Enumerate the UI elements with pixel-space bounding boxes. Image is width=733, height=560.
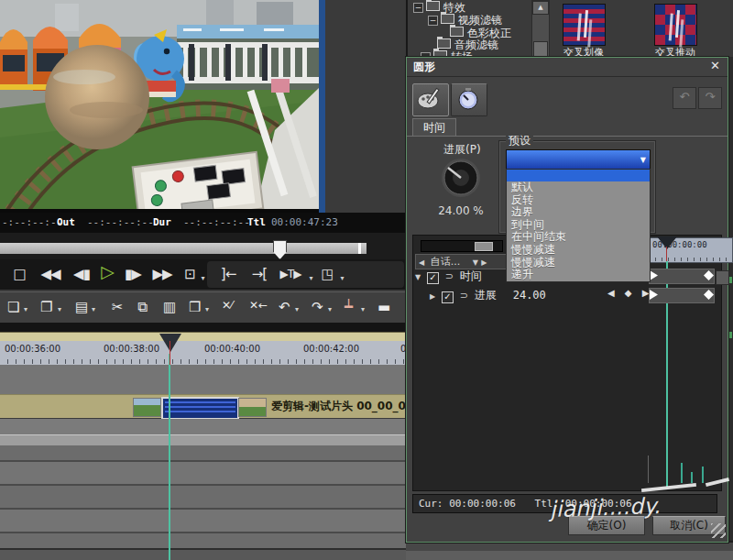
redo-icon[interactable]: ↷ bbox=[312, 299, 323, 315]
app-window: -:--:--:-- Out --:--:--:-- Dur --:--:--:… bbox=[0, 0, 733, 560]
output-button[interactable]: ◳ bbox=[317, 264, 337, 284]
range-end-marker[interactable] bbox=[704, 270, 714, 280]
tree-item-color-correction[interactable]: 色彩校正 bbox=[450, 27, 511, 38]
tree-item-effects[interactable]: −特效 bbox=[413, 1, 465, 13]
undo-caret[interactable]: ▾ bbox=[295, 305, 299, 313]
play-button[interactable]: ▷ bbox=[93, 261, 121, 281]
duplicate-caret[interactable]: ▾ bbox=[205, 305, 209, 313]
keyframe-nav-buttons[interactable]: ◀ ◆ ▶ bbox=[607, 288, 652, 298]
reset-icon[interactable]: ⊃ bbox=[460, 290, 468, 302]
play-around-caret[interactable]: ▾ bbox=[306, 269, 315, 289]
paste-icon[interactable]: ▥ bbox=[163, 299, 176, 315]
folder-icon bbox=[441, 14, 454, 24]
display-mode-button[interactable]: ⊡ bbox=[180, 264, 200, 284]
keyframe-scroll-button[interactable] bbox=[716, 270, 729, 285]
timeline-ruler[interactable]: 00:00:36:00 00:00:38:00 00:00:40:00 00:0… bbox=[0, 341, 406, 366]
display-mode-caret[interactable]: ▾ bbox=[198, 269, 207, 289]
preset-option[interactable]: 到中间 bbox=[507, 219, 650, 232]
checkbox-checked[interactable]: ✓ bbox=[442, 291, 454, 303]
next-frame-button[interactable]: ▮▶ bbox=[121, 264, 145, 284]
prev-frame-button[interactable]: ◀▮ bbox=[70, 264, 93, 284]
copy-icon[interactable]: ⧉ bbox=[137, 299, 148, 315]
out-timecode: --:--:--:-- bbox=[87, 216, 154, 228]
output-caret[interactable]: ▾ bbox=[337, 269, 346, 289]
save-caret[interactable]: ▾ bbox=[92, 305, 95, 313]
range-end-marker[interactable] bbox=[704, 290, 714, 300]
play-around-button[interactable]: ▶T▶ bbox=[275, 264, 306, 284]
delete-ripple-icon[interactable]: ✕⁄ bbox=[222, 299, 233, 312]
add-marker-caret[interactable]: ▾ bbox=[361, 305, 365, 313]
undo-icon[interactable]: ↶ bbox=[279, 299, 290, 315]
capture-icon[interactable]: ▬ bbox=[377, 299, 390, 315]
keyframe-zoom-slider[interactable] bbox=[421, 240, 503, 252]
delete-gap-icon[interactable]: ✕← bbox=[249, 299, 268, 312]
scrubber-track[interactable] bbox=[0, 243, 366, 254]
ruler-minor-ticks bbox=[0, 359, 406, 364]
expand-icon[interactable]: ▶ bbox=[430, 292, 435, 301]
range-start-marker[interactable] bbox=[650, 270, 658, 280]
tree-item-label: 音频滤镜 bbox=[454, 38, 498, 51]
tab-time[interactable]: 时间 bbox=[412, 118, 456, 137]
window-bottom-strip bbox=[406, 541, 733, 560]
duplicate-icon[interactable]: ❒ bbox=[189, 299, 201, 315]
scrubber-playhead[interactable] bbox=[273, 240, 287, 259]
fast-forward-button[interactable]: ▶▶ bbox=[147, 264, 178, 284]
keyframe-row-time[interactable]: ▼ ✓ ⊃ 时间 bbox=[415, 269, 482, 283]
new-icon[interactable]: ❏ bbox=[7, 299, 19, 315]
tree-item-audio-filters[interactable]: 音频滤镜 bbox=[437, 38, 498, 50]
transition-clip[interactable] bbox=[161, 397, 239, 420]
undo-button[interactable]: ↶ bbox=[673, 87, 696, 109]
tab-underline bbox=[407, 136, 728, 137]
redo-caret[interactable]: ▾ bbox=[328, 305, 332, 313]
new-caret[interactable]: ▾ bbox=[24, 305, 27, 313]
row-value[interactable]: 24.00 bbox=[513, 289, 546, 302]
preset-option[interactable]: 默认 bbox=[507, 181, 650, 194]
transition-thumbnail-cross-push[interactable] bbox=[654, 4, 697, 46]
reset-icon[interactable]: ⊃ bbox=[445, 270, 454, 282]
preset-option[interactable]: 慢慢减速 bbox=[507, 257, 650, 269]
dialog-titlebar[interactable]: 圆形 ✕ bbox=[407, 58, 728, 77]
slider-handle[interactable] bbox=[475, 242, 493, 251]
rewind-button[interactable]: ◀◀ bbox=[35, 264, 66, 284]
close-icon[interactable]: ✕ bbox=[710, 59, 720, 72]
appearance-settings-button[interactable] bbox=[412, 83, 449, 116]
tree-item-video-filters[interactable]: −视频滤镜 bbox=[428, 14, 502, 26]
add-marker-icon[interactable]: ┷ bbox=[345, 299, 353, 315]
scrollbar-thumb[interactable] bbox=[533, 41, 548, 58]
open-caret[interactable]: ▾ bbox=[58, 305, 61, 313]
preset-option[interactable]: 反转 bbox=[507, 194, 650, 207]
waveform-tick bbox=[691, 472, 693, 483]
stop-button[interactable]: □ bbox=[7, 264, 31, 284]
open-icon[interactable]: ❐ bbox=[40, 299, 52, 315]
preset-option[interactable]: 边界 bbox=[507, 206, 650, 219]
keyframe-range-bar[interactable] bbox=[649, 269, 715, 284]
preset-option[interactable]: 慢慢减速 bbox=[507, 244, 650, 257]
collapse-icon[interactable]: − bbox=[428, 16, 438, 26]
keyframe-range-bar[interactable] bbox=[649, 288, 715, 303]
window-right-edge bbox=[728, 57, 733, 541]
collapse-icon[interactable]: − bbox=[413, 3, 423, 13]
ruler-tick: 00:00:38:00 bbox=[104, 344, 159, 354]
range-start-marker[interactable] bbox=[650, 290, 658, 300]
goto-in-button[interactable]: ]← bbox=[214, 264, 242, 284]
save-icon[interactable]: ▤ bbox=[75, 299, 88, 315]
chevron-down-icon[interactable]: ▼ bbox=[473, 258, 478, 267]
time-settings-button[interactable] bbox=[451, 83, 487, 116]
goto-out-button[interactable]: →[ bbox=[246, 264, 273, 284]
scroll-up-button[interactable]: ▲ bbox=[532, 1, 549, 15]
preset-option[interactable]: 递升 bbox=[507, 269, 650, 281]
preset-option[interactable]: 在中间结束 bbox=[507, 231, 650, 244]
transition-thumbnail-cross-wipe[interactable] bbox=[563, 4, 606, 46]
prev-arrow-icon[interactable]: ◀ bbox=[419, 258, 424, 267]
keyframe-ruler-ticks bbox=[650, 258, 732, 261]
progress-knob[interactable] bbox=[440, 157, 482, 202]
keyframe-row-progress[interactable]: ▶ ✓ ⊃ 进展 24.00 bbox=[430, 288, 546, 302]
cut-icon[interactable]: ✂ bbox=[112, 299, 124, 315]
redo-button[interactable]: ↷ bbox=[698, 87, 722, 109]
checkbox-checked[interactable]: ✓ bbox=[427, 272, 439, 284]
resize-grip[interactable] bbox=[711, 523, 726, 538]
next-arrow-icon[interactable]: ▶ bbox=[481, 258, 487, 267]
preset-dropdown[interactable]: ▼ bbox=[506, 149, 651, 170]
expand-icon[interactable]: ▼ bbox=[415, 273, 421, 281]
track-selector-combo[interactable]: ◀ 自话... ▼ ▶ bbox=[415, 254, 510, 269]
